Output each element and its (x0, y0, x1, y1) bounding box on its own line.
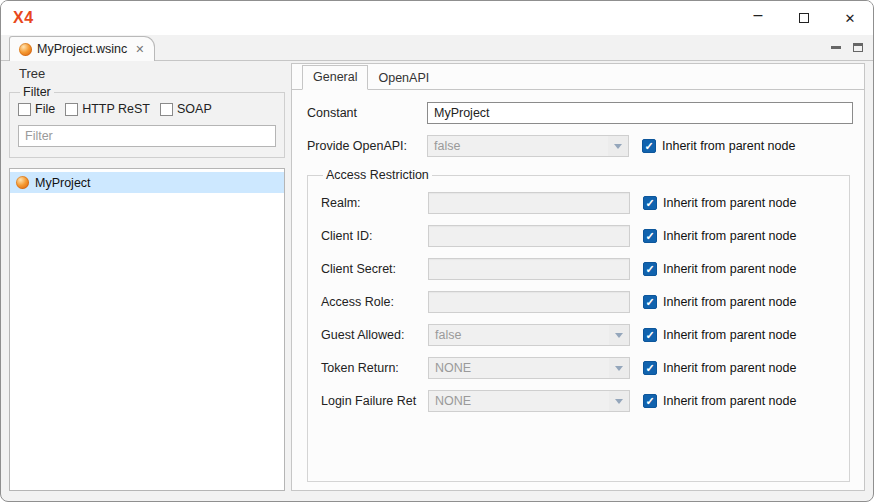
token-return-row: Token Return: NONE Inherit from parent n… (321, 357, 849, 379)
login-failure-value: NONE (429, 394, 609, 408)
client-id-label: Client ID: (321, 229, 428, 243)
inherit-label: Inherit from parent node (663, 361, 796, 375)
properties-panel: General OpenAPI Constant Provide OpenAPI… (291, 63, 865, 491)
inherit-label: Inherit from parent node (663, 394, 796, 408)
inherit-checkbox-login-failure[interactable]: Inherit from parent node (643, 394, 796, 408)
chevron-down-icon (609, 325, 629, 345)
guest-allowed-select[interactable]: false (428, 324, 630, 346)
filter-group-title: Filter (20, 85, 54, 99)
client-secret-input[interactable] (428, 258, 630, 280)
filter-checkbox-row: File HTTP ReST SOAP (18, 102, 276, 116)
provide-openapi-label: Provide OpenAPI: (307, 139, 427, 153)
checkbox-checked-icon (643, 262, 657, 276)
app-window: X4 – ✕ MyProject.wsinc ✕ Tree Filter (0, 0, 874, 502)
tab-close-icon[interactable]: ✕ (135, 43, 144, 56)
main-content: Tree Filter File HTTP ReST SOAP (1, 61, 873, 501)
editor-tab-strip: MyProject.wsinc ✕ (1, 35, 873, 61)
client-secret-label: Client Secret: (321, 262, 428, 276)
properties-tab-bar: General OpenAPI (292, 64, 864, 90)
inherit-checkbox-provide-openapi[interactable]: Inherit from parent node (642, 139, 795, 153)
x4-logo: X4 (13, 9, 34, 27)
checkbox-checked-icon (642, 139, 656, 153)
client-id-row: Client ID: Inherit from parent node (321, 225, 849, 247)
inherit-label: Inherit from parent node (663, 262, 796, 276)
editor-tab-title: MyProject.wsinc (37, 42, 127, 56)
inherit-checkbox-token-return[interactable]: Inherit from parent node (643, 361, 796, 375)
token-return-value: NONE (429, 361, 609, 375)
realm-input[interactable] (428, 192, 630, 214)
checkbox-unchecked-icon (65, 103, 78, 116)
checkbox-checked-icon (643, 229, 657, 243)
access-restriction-group: Access Restriction Realm: Inherit from p… (307, 168, 850, 482)
checkbox-checked-icon (643, 328, 657, 342)
chevron-down-icon (609, 391, 629, 411)
checkbox-unchecked-icon (160, 103, 173, 116)
filter-group: Filter File HTTP ReST SOAP (9, 85, 285, 158)
checkbox-checked-icon (643, 196, 657, 210)
guest-allowed-value: false (429, 328, 609, 342)
inherit-checkbox-realm[interactable]: Inherit from parent node (643, 196, 796, 210)
project-icon (16, 176, 29, 189)
project-tree: MyProject (9, 168, 285, 491)
inherit-checkbox-guest-allowed[interactable]: Inherit from parent node (643, 328, 796, 342)
inherit-label: Inherit from parent node (663, 295, 796, 309)
token-return-label: Token Return: (321, 361, 428, 375)
inherit-checkbox-client-secret[interactable]: Inherit from parent node (643, 262, 796, 276)
chevron-down-icon (608, 136, 628, 156)
client-secret-row: Client Secret: Inherit from parent node (321, 258, 849, 280)
tree-item-myproject[interactable]: MyProject (10, 172, 284, 193)
chevron-down-icon (609, 358, 629, 378)
checkbox-checked-icon (643, 361, 657, 375)
access-role-label: Access Role: (321, 295, 428, 309)
title-bar: X4 – ✕ (1, 1, 873, 35)
window-minimize-button[interactable]: – (735, 1, 781, 35)
realm-label: Realm: (321, 196, 428, 210)
maximize-icon (799, 13, 809, 23)
constant-label: Constant (307, 106, 427, 120)
general-form: Constant Provide OpenAPI: false Inherit … (292, 90, 864, 490)
window-close-button[interactable]: ✕ (827, 1, 873, 35)
filter-input[interactable] (18, 125, 276, 147)
inherit-checkbox-client-id[interactable]: Inherit from parent node (643, 229, 796, 243)
login-failure-select[interactable]: NONE (428, 390, 630, 412)
login-failure-label: Login Failure Ret (321, 394, 428, 408)
login-failure-row: Login Failure Ret NONE Inherit from pare… (321, 390, 849, 412)
access-role-input[interactable] (428, 291, 630, 313)
window-maximize-button[interactable] (781, 1, 827, 35)
editor-tab-myproject[interactable]: MyProject.wsinc ✕ (9, 36, 155, 61)
tree-panel: Tree Filter File HTTP ReST SOAP (9, 66, 285, 491)
inherit-label: Inherit from parent node (663, 229, 796, 243)
view-controls (831, 43, 863, 60)
checkbox-checked-icon (643, 394, 657, 408)
filter-checkbox-file[interactable]: File (18, 102, 55, 116)
realm-row: Realm: Inherit from parent node (321, 192, 849, 214)
tree-item-label: MyProject (35, 176, 91, 190)
filter-checkbox-soap-label: SOAP (177, 102, 212, 116)
tree-panel-title: Tree (19, 66, 285, 81)
checkbox-checked-icon (643, 295, 657, 309)
checkbox-unchecked-icon (18, 103, 31, 116)
wsinc-file-icon (19, 43, 32, 56)
tab-general[interactable]: General (302, 65, 368, 90)
client-id-input[interactable] (428, 225, 630, 247)
access-role-row: Access Role: Inherit from parent node (321, 291, 849, 313)
constant-input[interactable] (427, 102, 853, 124)
inherit-checkbox-access-role[interactable]: Inherit from parent node (643, 295, 796, 309)
tab-openapi[interactable]: OpenAPI (368, 67, 439, 90)
filter-checkbox-soap[interactable]: SOAP (160, 102, 212, 116)
guest-allowed-label: Guest Allowed: (321, 328, 428, 342)
inherit-label: Inherit from parent node (663, 196, 796, 210)
provide-openapi-row: Provide OpenAPI: false Inherit from pare… (307, 135, 856, 157)
inherit-label: Inherit from parent node (663, 328, 796, 342)
inherit-label: Inherit from parent node (662, 139, 795, 153)
filter-checkbox-http-rest-label: HTTP ReST (82, 102, 150, 116)
access-restriction-title: Access Restriction (323, 168, 432, 182)
maximize-view-icon[interactable] (853, 43, 863, 52)
token-return-select[interactable]: NONE (428, 357, 630, 379)
minimize-view-icon[interactable] (831, 46, 841, 49)
constant-row: Constant (307, 102, 856, 124)
provide-openapi-select[interactable]: false (427, 135, 629, 157)
guest-allowed-row: Guest Allowed: false Inherit from parent… (321, 324, 849, 346)
filter-checkbox-http-rest[interactable]: HTTP ReST (65, 102, 150, 116)
filter-checkbox-file-label: File (35, 102, 55, 116)
